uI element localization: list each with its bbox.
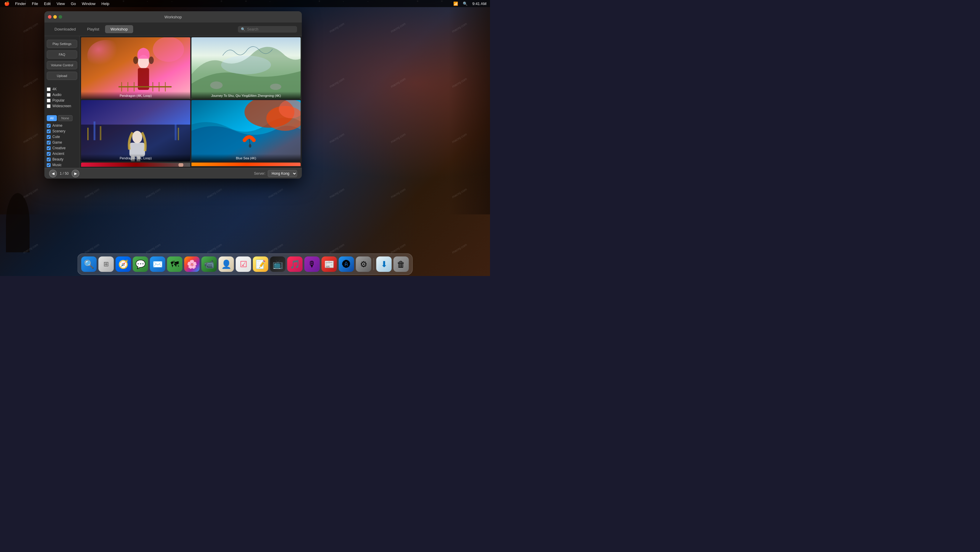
faq-button[interactable]: FAQ bbox=[47, 50, 77, 59]
cat-scenery[interactable]: Scenery bbox=[47, 129, 77, 133]
menu-edit[interactable]: Edit bbox=[42, 1, 53, 6]
close-button[interactable] bbox=[48, 15, 51, 19]
checkbox-4k[interactable] bbox=[47, 87, 51, 91]
page-indicator: 1 / 50 bbox=[60, 171, 68, 175]
menu-go[interactable]: Go bbox=[68, 1, 78, 6]
dock-safari[interactable]: 🧭 bbox=[116, 257, 131, 272]
dock-photos[interactable]: 🌸 bbox=[185, 257, 200, 272]
checkbox-game[interactable] bbox=[47, 141, 51, 145]
wallpaper-item-4[interactable]: Blue Sea (4K) bbox=[191, 100, 301, 162]
menu-file[interactable]: File bbox=[30, 1, 41, 6]
checkbox-widescreen[interactable] bbox=[47, 104, 51, 108]
figure-silhouette bbox=[6, 193, 30, 252]
dock-downloads[interactable]: ⬇ bbox=[376, 257, 392, 272]
server-select[interactable]: Hong Kong US West Europe Japan Singapore bbox=[268, 170, 297, 177]
dock-music[interactable]: 🎵 bbox=[287, 257, 303, 272]
menubar-search-icon[interactable]: 🔍 bbox=[461, 1, 469, 6]
svg-rect-22 bbox=[100, 126, 101, 140]
dock-news[interactable]: 📰 bbox=[321, 257, 337, 272]
checkbox-music[interactable] bbox=[47, 163, 51, 167]
window-controls bbox=[48, 15, 62, 19]
wallpaper-item-3[interactable]: Pendragon (4K, Loop) bbox=[81, 100, 190, 162]
wallpaper-4-svg bbox=[191, 100, 301, 162]
play-settings-button[interactable]: Play Settings bbox=[47, 40, 77, 48]
trash-icon: 🗑 bbox=[397, 259, 406, 269]
filter-popular[interactable]: Popular bbox=[47, 98, 77, 102]
wallpaper-item-5-partial[interactable] bbox=[81, 163, 190, 166]
dock-messages[interactable]: 💬 bbox=[133, 257, 148, 272]
cat-cute[interactable]: Cute bbox=[47, 135, 77, 139]
dock-maps[interactable]: 🗺 bbox=[167, 257, 183, 272]
maximize-button[interactable] bbox=[59, 15, 62, 19]
checkbox-scenery[interactable] bbox=[47, 129, 51, 133]
wallpaper-item-2[interactable]: Journey To Shu, Qiu Ying&Wen Zhengming (… bbox=[191, 37, 301, 99]
checkbox-ancient[interactable] bbox=[47, 152, 51, 156]
cat-creative[interactable]: Creative bbox=[47, 146, 77, 150]
dock-appletv[interactable]: 📺 bbox=[270, 257, 286, 272]
dock-trash[interactable]: 🗑 bbox=[393, 257, 409, 272]
dock-finder[interactable]: 🔍 bbox=[81, 257, 97, 272]
search-input[interactable] bbox=[247, 27, 294, 31]
dock-mail[interactable]: ✉️ bbox=[150, 257, 165, 272]
upload-button[interactable]: Upload bbox=[47, 72, 77, 80]
content-area[interactable]: Pendragon (4K, Loop) bbox=[80, 36, 302, 168]
tab-playlist[interactable]: Playlist bbox=[82, 25, 105, 33]
svg-point-15 bbox=[221, 56, 271, 74]
dock-appstore[interactable]: 🅐 bbox=[339, 257, 354, 272]
filter-audio[interactable]: Audio bbox=[47, 93, 77, 97]
cat-game[interactable]: Game bbox=[47, 140, 77, 145]
checkbox-beauty[interactable] bbox=[47, 158, 51, 161]
wallpaper-2-label: Journey To Shu, Qiu Ying&Wen Zhengming (… bbox=[191, 91, 301, 99]
safari-icon: 🧭 bbox=[118, 259, 129, 269]
reminders-icon: ☑ bbox=[240, 259, 247, 269]
next-page-button[interactable]: ▶ bbox=[72, 170, 79, 177]
dock-podcasts[interactable]: 🎙 bbox=[304, 257, 320, 272]
wallpaper-item-1[interactable]: Pendragon (4K, Loop) bbox=[81, 37, 190, 99]
checkbox-anime[interactable] bbox=[47, 124, 51, 128]
checkbox-cute[interactable] bbox=[47, 135, 51, 139]
prev-page-button[interactable]: ◀ bbox=[49, 170, 57, 177]
downloads-icon: ⬇ bbox=[380, 259, 387, 269]
filter-4k[interactable]: 4K bbox=[47, 87, 77, 91]
wallpaper-item-6-partial[interactable] bbox=[191, 163, 301, 166]
volume-control-button[interactable]: Volume Control bbox=[47, 61, 77, 69]
cat-ancient[interactable]: Ancient bbox=[47, 152, 77, 156]
tab-workshop[interactable]: Workshop bbox=[105, 25, 133, 33]
dock-launchpad[interactable]: ⊞ bbox=[99, 257, 114, 272]
dock-separator bbox=[374, 258, 374, 270]
filter-widescreen[interactable]: Widescreen bbox=[47, 104, 77, 108]
dock-settings[interactable]: ⚙ bbox=[356, 257, 371, 272]
menu-help[interactable]: Help bbox=[99, 1, 112, 6]
menubar-clock: 9:41 AM bbox=[471, 1, 488, 6]
deco-left bbox=[0, 7, 41, 214]
maps-icon: 🗺 bbox=[171, 259, 179, 269]
filter-all-button[interactable]: All bbox=[47, 115, 57, 121]
minimize-button[interactable] bbox=[53, 15, 57, 19]
menu-finder[interactable]: Finder bbox=[13, 1, 29, 6]
menu-view[interactable]: View bbox=[54, 1, 67, 6]
wallpaper-1-label: Pendragon (4K, Loop) bbox=[81, 91, 190, 99]
tab-downloaded[interactable]: Downloaded bbox=[49, 25, 81, 33]
checkbox-audio[interactable] bbox=[47, 93, 51, 97]
appletv-icon: 📺 bbox=[272, 259, 283, 269]
menu-window[interactable]: Window bbox=[80, 1, 98, 6]
server-section: Server: Hong Kong US West Europe Japan S… bbox=[254, 170, 297, 177]
cat-beauty[interactable]: Beauty bbox=[47, 157, 77, 161]
filter-none-button[interactable]: None bbox=[58, 115, 72, 121]
checkbox-popular[interactable] bbox=[47, 99, 51, 102]
svg-rect-35 bbox=[81, 163, 190, 167]
dock-notes[interactable]: 📝 bbox=[253, 257, 268, 272]
wallpaper-5-svg bbox=[81, 163, 190, 167]
menubar-right: 📶 🔍 9:41 AM bbox=[452, 1, 488, 6]
search-box: 🔍 bbox=[238, 26, 297, 33]
dock-facetime[interactable]: 📹 bbox=[202, 257, 217, 272]
apple-menu[interactable]: 🍎 bbox=[2, 0, 11, 7]
music-icon: 🎵 bbox=[290, 259, 300, 269]
dock-reminders[interactable]: ☑ bbox=[236, 257, 251, 272]
checkbox-creative[interactable] bbox=[47, 146, 51, 150]
dock-contacts[interactable]: 👤 bbox=[219, 257, 234, 272]
cat-anime[interactable]: Anime bbox=[47, 123, 77, 128]
checkbox-anime-label: Anime bbox=[52, 123, 62, 128]
cat-music[interactable]: Music bbox=[47, 163, 77, 167]
svg-point-17 bbox=[270, 83, 282, 90]
